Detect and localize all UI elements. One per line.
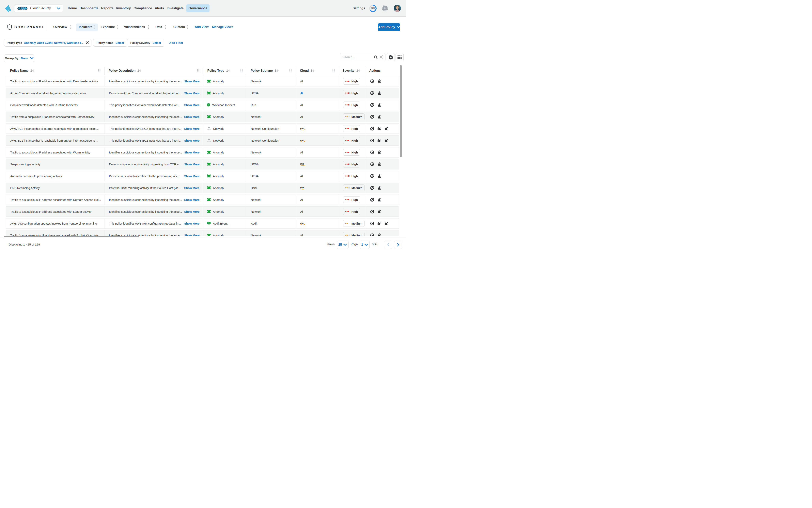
svg-text:aws: aws: [300, 222, 304, 224]
svg-text:AI: AI: [384, 7, 386, 10]
svg-text:aws: aws: [300, 139, 304, 141]
svg-text:aws: aws: [300, 127, 304, 129]
svg-text:aws: aws: [300, 186, 304, 188]
svg-text:aws: aws: [300, 163, 304, 165]
